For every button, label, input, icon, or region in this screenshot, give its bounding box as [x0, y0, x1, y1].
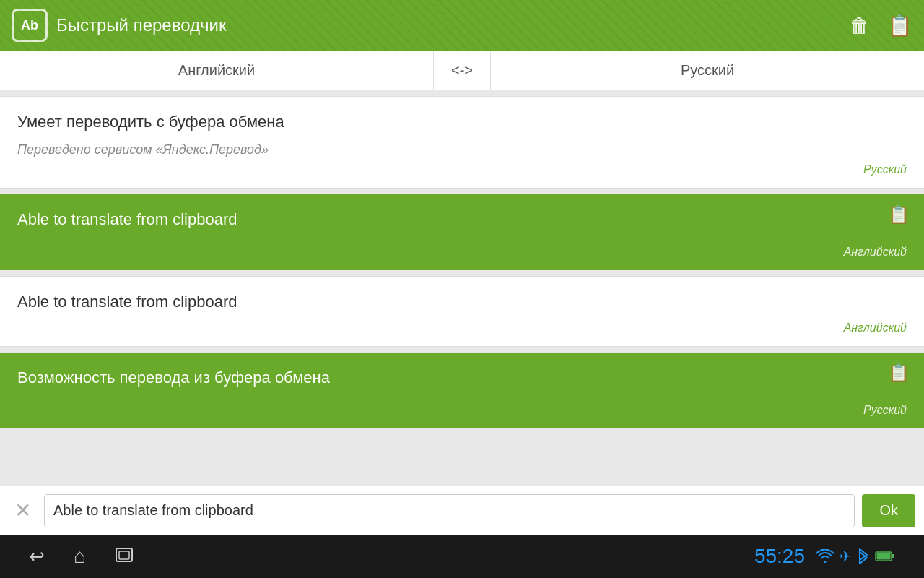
card-4-lang: Русский: [17, 404, 907, 417]
card-2-clipboard-icon[interactable]: 📋: [888, 204, 910, 225]
main-content: Умеет переводить с буфера обмена Перевед…: [0, 90, 924, 486]
source-language[interactable]: Английский: [0, 51, 433, 90]
card-4-text: Возможность перевода из буфера обмена: [17, 367, 907, 389]
back-button[interactable]: ↩: [29, 545, 45, 568]
language-bar: Английский <-> Русский: [0, 51, 924, 90]
status-icons: ✈: [816, 548, 895, 565]
delete-icon[interactable]: 🗑: [850, 14, 870, 38]
card-1-text: Умеет переводить с буфера обмена: [17, 111, 907, 134]
battery-icon: [875, 550, 895, 563]
card-1-lang: Русский: [17, 163, 907, 176]
card-3-text: Able to translate from clipboard: [17, 291, 907, 314]
app-icon-text: Ab: [21, 18, 38, 33]
input-bar: ✕ Ok: [0, 486, 924, 535]
wifi-icon: [816, 549, 834, 564]
recent-apps-button[interactable]: [115, 545, 135, 568]
navigation-bar: ↩ ⌂ 55:25 ✈: [0, 535, 924, 578]
app-title: Быстрый переводчик: [56, 15, 226, 35]
airplane-icon: ✈: [840, 548, 852, 565]
search-input[interactable]: [44, 494, 855, 527]
svg-rect-3: [892, 554, 894, 558]
ok-button[interactable]: Ok: [862, 494, 915, 527]
translation-card-4: 📋 Возможность перевода из буфера обмена …: [0, 353, 924, 428]
card-3-lang: Английский: [17, 322, 907, 335]
svg-rect-1: [119, 551, 129, 559]
card-2-text: Able to translate from clipboard: [17, 209, 907, 231]
card-1-subtext: Переведено сервисом «Яндекс.Перевод»: [17, 142, 907, 158]
card-2-lang: Английский: [17, 246, 907, 259]
clipboard-icon[interactable]: 📋: [887, 14, 912, 38]
nav-right-status: 55:25 ✈: [754, 545, 895, 568]
svg-rect-4: [877, 553, 891, 560]
swap-button[interactable]: <->: [433, 51, 491, 90]
status-time: 55:25: [754, 545, 805, 568]
app-header: Ab Быстрый переводчик 🗑 📋: [0, 0, 924, 51]
app-icon: Ab: [12, 9, 48, 42]
translation-card-3: Able to translate from clipboard Английс…: [0, 276, 924, 348]
bluetooth-icon: [858, 548, 869, 564]
target-language[interactable]: Русский: [491, 51, 924, 90]
nav-left-icons: ↩ ⌂: [29, 545, 135, 568]
card-4-clipboard-icon[interactable]: 📋: [888, 363, 910, 383]
translation-card-2: 📋 Able to translate from clipboard Англи…: [0, 194, 924, 270]
close-button[interactable]: ✕: [9, 496, 37, 525]
translation-card-1: Умеет переводить с буфера обмена Перевед…: [0, 96, 924, 189]
header-left: Ab Быстрый переводчик: [12, 9, 850, 42]
home-button[interactable]: ⌂: [74, 545, 86, 568]
header-actions: 🗑 📋: [850, 14, 912, 38]
